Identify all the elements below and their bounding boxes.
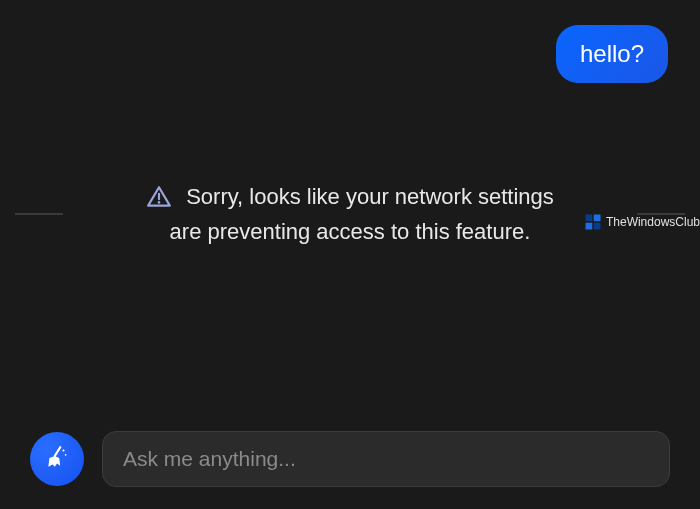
svg-point-7 [62, 449, 64, 451]
watermark: TheWindowsClub [584, 213, 700, 231]
clear-chat-button[interactable] [30, 432, 84, 486]
user-message-bubble: hello? [556, 25, 668, 83]
svg-rect-2 [585, 215, 592, 222]
svg-rect-3 [594, 215, 601, 222]
error-content: Sorry, looks like your network settings … [63, 180, 637, 248]
svg-point-1 [158, 201, 161, 204]
chat-area: hello? Sorry, looks like your network se… [0, 0, 700, 419]
divider-left [15, 213, 63, 215]
error-text-1: Sorry, looks like your network settings [186, 180, 554, 213]
svg-rect-4 [585, 223, 592, 230]
svg-point-8 [65, 454, 67, 456]
warning-icon [146, 184, 172, 210]
broom-icon [44, 444, 70, 474]
input-bar [30, 431, 670, 487]
message-input[interactable] [123, 447, 649, 471]
user-message-text: hello? [580, 40, 644, 67]
svg-rect-5 [594, 223, 601, 230]
message-input-container[interactable] [102, 431, 670, 487]
windows-club-logo-icon [584, 213, 602, 231]
svg-line-6 [55, 447, 60, 456]
error-line-1: Sorry, looks like your network settings [146, 180, 554, 213]
error-text-2: are preventing access to this feature. [170, 215, 531, 248]
watermark-text: TheWindowsClub [606, 215, 700, 229]
